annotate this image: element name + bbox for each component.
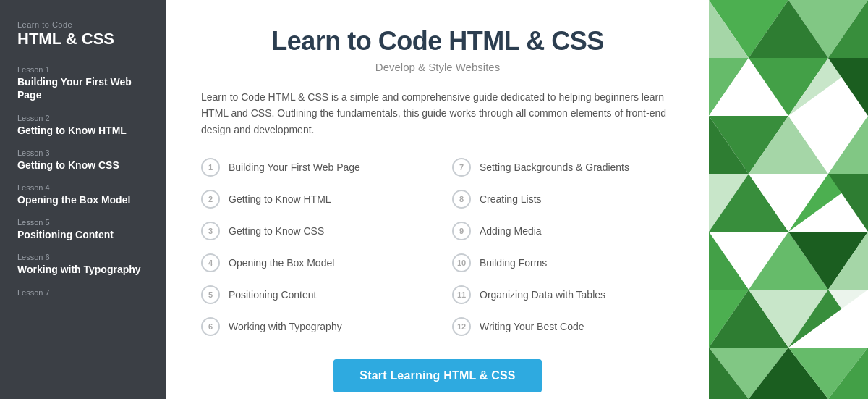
lesson-badge-12: 12	[452, 317, 471, 336]
sidebar-brand-label: Learn to Code	[17, 20, 149, 29]
sidebar-lesson-number-4: Lesson 4	[17, 183, 149, 192]
lesson-item-10[interactable]: 10 Building Forms	[452, 251, 674, 275]
sidebar-lesson-number-1: Lesson 1	[17, 65, 149, 74]
lesson-title-11: Organizing Data with Tables	[480, 289, 605, 301]
lesson-item-3[interactable]: 3 Getting to Know CSS	[201, 219, 423, 243]
sidebar-brand: Learn to Code HTML & CSS	[17, 20, 149, 48]
main-content: Learn to Code HTML & CSS Develop & Style…	[166, 0, 709, 399]
lesson-item-2[interactable]: 2 Getting to Know HTML	[201, 187, 423, 211]
sidebar-brand-title: HTML & CSS	[17, 30, 149, 48]
sidebar-lesson-6[interactable]: Lesson 6 Working with Typography	[17, 253, 149, 276]
lesson-item-7[interactable]: 7 Setting Backgrounds & Gradients	[452, 155, 674, 180]
page-title: Learn to Code HTML & CSS	[201, 26, 674, 56]
lesson-item-4[interactable]: 4 Opening the Box Model	[201, 251, 423, 275]
lesson-badge-1: 1	[201, 158, 220, 177]
lesson-title-7: Setting Backgrounds & Gradients	[480, 161, 629, 173]
lesson-badge-2: 2	[201, 190, 220, 209]
lesson-title-5: Positioning Content	[229, 289, 316, 301]
sidebar-lesson-number-2: Lesson 2	[17, 114, 149, 122]
lesson-item-8[interactable]: 8 Creating Lists	[452, 187, 674, 211]
start-learning-button[interactable]: Start Learning HTML & CSS	[333, 359, 541, 392]
sidebar-lesson-4[interactable]: Lesson 4 Opening the Box Model	[17, 183, 149, 206]
page-description: Learn to Code HTML & CSS is a simple and…	[201, 89, 674, 138]
sidebar-lesson-1[interactable]: Lesson 1 Building Your First Web Page	[17, 65, 149, 101]
sidebar-lesson-title-6: Working with Typography	[17, 263, 149, 276]
lesson-title-10: Building Forms	[480, 257, 547, 269]
sidebar-lesson-number-5: Lesson 5	[17, 218, 149, 227]
lesson-title-4: Opening the Box Model	[229, 257, 334, 269]
lesson-title-1: Building Your First Web Page	[229, 161, 360, 173]
lesson-title-6: Working with Typography	[229, 321, 342, 332]
lesson-item-6[interactable]: 6 Working with Typography	[201, 314, 423, 339]
sidebar-lesson-number-3: Lesson 3	[17, 148, 149, 157]
lesson-item-12[interactable]: 12 Writing Your Best Code	[452, 314, 674, 339]
decorative-panel	[709, 0, 868, 399]
lesson-item-5[interactable]: 5 Positioning Content	[201, 282, 423, 307]
svg-marker-29	[828, 290, 868, 348]
lesson-item-1[interactable]: 1 Building Your First Web Page	[201, 155, 423, 180]
sidebar: Learn to Code HTML & CSS Lesson 1 Buildi…	[0, 0, 166, 399]
sidebar-lesson-title-2: Getting to Know HTML	[17, 124, 149, 137]
lesson-title-12: Writing Your Best Code	[480, 321, 584, 332]
lesson-title-3: Getting to Know CSS	[229, 225, 324, 237]
sidebar-lesson-title-5: Positioning Content	[17, 228, 149, 241]
lesson-badge-9: 9	[452, 222, 471, 240]
sidebar-lesson-title-1: Building Your First Web Page	[17, 75, 149, 101]
lesson-badge-5: 5	[201, 285, 220, 304]
lesson-title-9: Adding Media	[480, 225, 542, 237]
lesson-badge-4: 4	[201, 253, 220, 272]
sidebar-lesson-title-3: Getting to Know CSS	[17, 159, 149, 172]
lesson-title-8: Creating Lists	[480, 193, 542, 205]
sidebar-lesson-3[interactable]: Lesson 3 Getting to Know CSS	[17, 148, 149, 172]
page-subtitle: Develop & Style Websites	[201, 61, 674, 73]
cta-section: Start Learning HTML & CSS	[201, 359, 674, 392]
lesson-item-9[interactable]: 9 Adding Media	[452, 219, 674, 243]
lesson-badge-10: 10	[452, 253, 471, 272]
lesson-badge-3: 3	[201, 222, 220, 240]
sidebar-lesson-2[interactable]: Lesson 2 Getting to Know HTML	[17, 114, 149, 137]
lesson-badge-8: 8	[452, 190, 471, 209]
lesson-item-11[interactable]: 11 Organizing Data with Tables	[452, 282, 674, 307]
sidebar-lesson-7[interactable]: Lesson 7	[17, 288, 149, 297]
svg-marker-19	[828, 174, 868, 232]
lessons-grid: 1 Building Your First Web Page 7 Setting…	[201, 155, 674, 339]
lesson-badge-11: 11	[452, 285, 471, 304]
lesson-badge-6: 6	[201, 317, 220, 336]
sidebar-lesson-number-6: Lesson 6	[17, 253, 149, 261]
sidebar-lesson-title-4: Opening the Box Model	[17, 193, 149, 206]
lesson-badge-7: 7	[452, 158, 471, 177]
sidebar-lesson-number-7: Lesson 7	[17, 288, 149, 297]
lesson-title-2: Getting to Know HTML	[229, 193, 331, 205]
sidebar-lessons-list: Lesson 1 Building Your First Web Page Le…	[17, 65, 149, 296]
sidebar-lesson-5[interactable]: Lesson 5 Positioning Content	[17, 218, 149, 241]
svg-marker-9	[828, 58, 868, 116]
